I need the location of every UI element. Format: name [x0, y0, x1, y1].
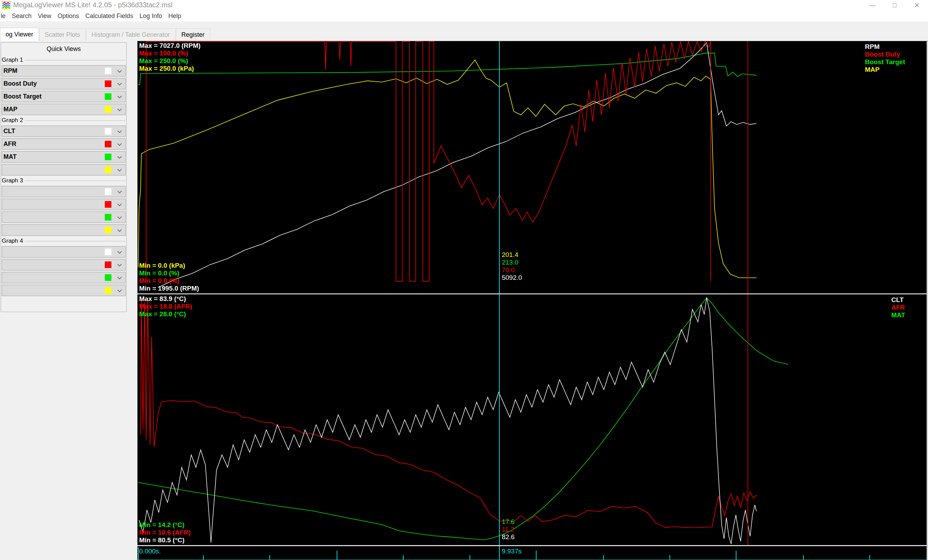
menu-item-view[interactable]: View — [35, 12, 55, 20]
chevron-down-icon[interactable] — [117, 249, 122, 254]
field-label: CLT — [2, 128, 15, 135]
timeline-tick — [337, 551, 337, 560]
graph-2-min-labels-line: Min = 10.6 (AFR) — [139, 529, 191, 536]
field-selector-row[interactable] — [2, 164, 126, 175]
graph-2-cursor-value: 17.6 — [502, 518, 515, 526]
clt-trace — [139, 298, 757, 544]
graph-1-max-labels: Max = 7027.0 (RPM)Max = 100.0 (%)Max = 2… — [139, 42, 201, 73]
field-selector-row[interactable] — [2, 186, 126, 197]
rpm-trace — [158, 43, 756, 288]
tab-scatter-plots: Scatter Plots — [39, 29, 86, 41]
field-color-swatch — [105, 227, 111, 233]
tab-register[interactable]: Register — [176, 29, 210, 41]
group-label-text: Graph 2 — [2, 117, 23, 124]
group-label-text: Graph 1 — [2, 56, 23, 64]
graph-1-max-labels-line: Max = 7027.0 (RPM) — [139, 42, 201, 50]
chevron-down-icon[interactable] — [117, 227, 122, 232]
field-selector-row[interactable] — [2, 259, 126, 271]
timeline-tick — [470, 555, 470, 560]
log-marker-line[interactable] — [748, 294, 748, 545]
chevron-down-icon[interactable] — [117, 154, 122, 159]
field-selector-row[interactable]: MAT — [2, 151, 126, 163]
graph-1-min-labels-line: Min = 0.0 (%) — [139, 277, 199, 285]
group-rule — [24, 241, 125, 241]
chevron-down-icon[interactable] — [117, 189, 122, 193]
graph-2-cursor-values: 17.611.282.6 — [502, 518, 515, 541]
chevron-down-icon[interactable] — [117, 202, 122, 206]
field-selector-row[interactable]: RPM — [2, 65, 126, 77]
cursor-line[interactable] — [499, 294, 500, 545]
field-selector-row[interactable] — [2, 285, 126, 296]
app-icon — [2, 1, 11, 9]
graph-1[interactable]: Max = 7027.0 (RPM)Max = 100.0 (%)Max = 2… — [137, 41, 928, 293]
timeline-tick — [138, 547, 139, 560]
field-selector-row[interactable]: Boost Duty — [2, 78, 126, 90]
graph-1-cursor-value: 201.4 — [502, 251, 522, 259]
graph-1-cursor-value: 213.0 — [502, 259, 522, 266]
graph-2-cursor-value: 82.6 — [502, 533, 515, 541]
graph-1-cursor-values: 201.4213.070.05092.0 — [502, 251, 522, 282]
group-rule — [24, 120, 125, 121]
field-label: AFR — [2, 140, 16, 148]
chevron-down-icon[interactable] — [117, 94, 122, 99]
field-selector-row[interactable]: MAP — [2, 103, 126, 115]
graph-2-legend: CLTAFRMAT — [891, 296, 905, 319]
log-marker-line[interactable] — [748, 41, 748, 293]
tab-og-viewer[interactable]: og Viewer — [0, 28, 39, 41]
field-selector-row[interactable] — [2, 212, 126, 223]
chevron-down-icon[interactable] — [117, 288, 122, 292]
content-area: Quick Views Graph 1RPMBoost DutyBoost Ta… — [0, 41, 928, 560]
afr-trace — [140, 299, 757, 527]
menu-item-log-info[interactable]: Log Info — [136, 12, 165, 20]
field-selector-row[interactable] — [2, 224, 126, 236]
chevron-down-icon[interactable] — [117, 68, 122, 73]
graph-2-traces — [137, 294, 928, 545]
menu-item-calculated-fields[interactable]: Calculated Fields — [82, 12, 136, 20]
menu-item-search[interactable]: Search — [9, 12, 35, 20]
cursor-line[interactable] — [499, 41, 500, 293]
timeline-tick — [269, 555, 270, 560]
sidebar-group-1: Graph 1RPMBoost DutyBoost TargetMAP — [2, 56, 126, 115]
chevron-down-icon[interactable] — [117, 215, 122, 219]
chevron-down-icon[interactable] — [117, 129, 122, 133]
field-label: Boost Target — [2, 93, 42, 100]
field-selector-row[interactable] — [2, 199, 126, 210]
chevron-down-icon[interactable] — [117, 107, 122, 111]
field-color-swatch — [105, 274, 111, 281]
timeline[interactable]: 0.000s. 9.937s — [137, 546, 928, 560]
timeline-tick — [403, 555, 404, 560]
graph-1-legend: RPMBoost DutyBoost TargetMAP — [865, 43, 905, 73]
field-selector-row[interactable]: CLT — [2, 126, 126, 137]
field-selector-row[interactable] — [2, 272, 126, 283]
field-color-swatch — [105, 81, 111, 87]
close-button[interactable]: × — [906, 0, 928, 11]
timeline-tick — [670, 555, 670, 560]
title-bar: MegaLogViewer MS Lite! 4.2.05 - p5i36d33… — [0, 0, 928, 11]
field-color-swatch — [105, 68, 111, 74]
maximize-button[interactable]: □ — [884, 0, 906, 11]
timeline-cursor-line[interactable] — [499, 546, 500, 560]
field-color-swatch — [105, 128, 111, 134]
menu-item-help[interactable]: Help — [165, 12, 184, 20]
group-label-text: Graph 3 — [2, 177, 23, 184]
timeline-tick — [869, 555, 870, 560]
map-trace — [138, 60, 756, 278]
chevron-down-icon[interactable] — [117, 275, 122, 280]
graph-1-cursor-value: 70.0 — [502, 266, 522, 274]
graph-2-max-labels-line: Max = 28.0 (°C) — [139, 310, 192, 318]
menu-bar: leSearchViewOptionsCalculated FieldsLog … — [0, 11, 928, 21]
menu-item-le[interactable]: le — [0, 12, 9, 20]
graph-1-cursor-value: 5092.0 — [502, 274, 522, 282]
sidebar-group-label: Graph 1 — [2, 56, 126, 64]
chevron-down-icon[interactable] — [117, 142, 122, 146]
chevron-down-icon[interactable] — [117, 81, 122, 86]
minimize-button[interactable]: — — [861, 0, 884, 11]
field-selector-row[interactable]: Boost Target — [2, 91, 126, 102]
menu-item-options[interactable]: Options — [55, 12, 82, 20]
chevron-down-icon[interactable] — [117, 167, 122, 172]
graph-2[interactable]: Max = 83.9 (°C)Max = 18.8 (AFR)Max = 28.… — [137, 294, 928, 545]
field-selector-row[interactable] — [2, 246, 126, 258]
field-color-swatch — [105, 93, 111, 100]
chevron-down-icon[interactable] — [117, 262, 122, 267]
field-selector-row[interactable]: AFR — [2, 138, 126, 150]
